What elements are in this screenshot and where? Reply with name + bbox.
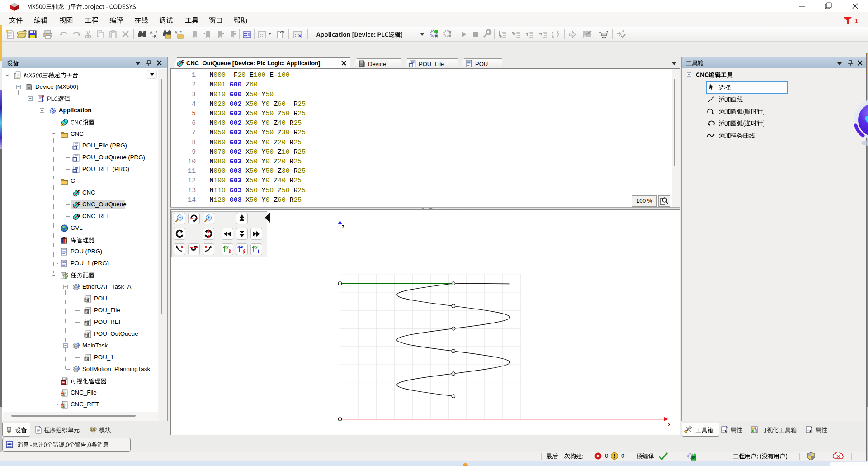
- svg-text:1: 1: [854, 17, 858, 24]
- svg-text:A: A: [150, 30, 153, 35]
- svg-text:B: B: [154, 34, 157, 39]
- svg-text:G: G: [181, 59, 184, 64]
- svg-text:x: x: [668, 421, 671, 428]
- svg-text:z: z: [241, 245, 243, 249]
- svg-text:x: x: [229, 247, 231, 252]
- svg-text:A: A: [175, 30, 178, 35]
- svg-text:G: G: [77, 213, 80, 217]
- svg-text:G: G: [77, 189, 80, 194]
- svg-text:G: G: [77, 201, 80, 205]
- svg-text:z: z: [258, 247, 259, 252]
- svg-text:z: z: [342, 223, 345, 230]
- svg-text:x: x: [243, 247, 245, 252]
